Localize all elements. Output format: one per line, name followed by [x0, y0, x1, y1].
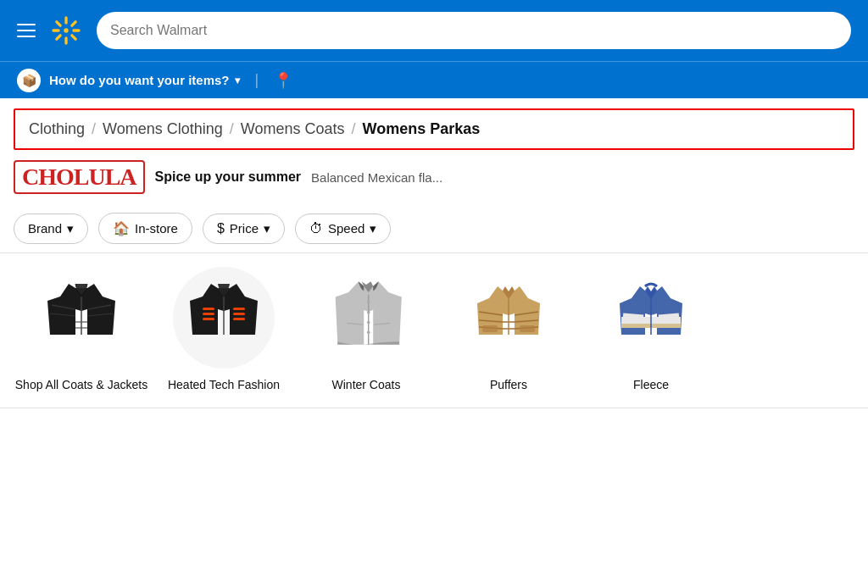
svg-point-26: [367, 321, 370, 325]
winter-coats-image: [315, 267, 417, 369]
svg-rect-45: [657, 324, 681, 328]
speed-icon: ⏱: [309, 221, 323, 236]
shop-all-coats-label: Shop All Coats & Jackets: [15, 377, 147, 394]
puffers-label: Puffers: [490, 377, 527, 394]
price-filter-label: Price: [230, 221, 259, 236]
puffers-image: [458, 267, 559, 369]
svg-rect-1: [64, 16, 67, 24]
svg-rect-6: [70, 20, 78, 28]
instore-filter-label: In-store: [135, 221, 178, 236]
fleece-label: Fleece: [633, 377, 669, 394]
heated-tech-label: Heated Tech Fashion: [168, 377, 280, 394]
breadcrumb-womens-coats[interactable]: Womens Coats: [241, 120, 345, 138]
price-filter[interactable]: $ Price ▾: [203, 214, 285, 244]
svg-rect-19: [233, 308, 245, 310]
cholula-logo: CHOLULA: [14, 160, 145, 194]
speed-filter-label: Speed: [328, 221, 364, 236]
svg-rect-5: [55, 20, 63, 28]
category-shop-all-coats[interactable]: Shop All Coats & Jackets: [14, 267, 149, 394]
speed-chevron-icon: ▾: [370, 221, 376, 236]
store-icon: 🏠: [113, 220, 130, 236]
svg-rect-40: [520, 325, 535, 332]
svg-rect-8: [70, 34, 78, 42]
instore-filter[interactable]: 🏠 In-store: [98, 213, 192, 244]
svg-rect-44: [621, 324, 645, 328]
fleece-image: [600, 267, 702, 369]
location-icon[interactable]: 📍: [274, 71, 292, 90]
svg-rect-21: [233, 318, 245, 320]
winter-coats-label: Winter Coats: [332, 377, 401, 394]
chevron-down-icon: ▾: [235, 75, 240, 86]
brand-filter[interactable]: Brand ▾: [14, 214, 88, 244]
hamburger-menu[interactable]: [17, 24, 36, 37]
breadcrumb-separator-3: /: [352, 120, 356, 138]
search-input[interactable]: [110, 23, 837, 38]
breadcrumb: Clothing / Womens Clothing / Womens Coat…: [14, 108, 854, 150]
heated-tech-image: [173, 267, 275, 369]
category-fleece[interactable]: Fleece: [583, 267, 719, 394]
svg-point-0: [64, 28, 68, 32]
shop-all-coats-image: [31, 267, 132, 369]
filter-bar: Brand ▾ 🏠 In-store $ Price ▾ ⏱ Speed ▾: [0, 204, 868, 253]
ad-subtext: Balanced Mexican fla...: [311, 170, 442, 185]
svg-rect-39: [482, 325, 498, 332]
breadcrumb-womens-parkas[interactable]: Womens Parkas: [363, 120, 481, 138]
svg-line-49: [659, 316, 679, 318]
svg-point-27: [367, 330, 370, 334]
delivery-bar: 📦 How do you want your items? ▾ | 📍: [0, 61, 868, 98]
breadcrumb-separator-2: /: [230, 120, 234, 138]
categories-section: Shop All Coats & Jackets Heated Tech Fas…: [0, 253, 868, 408]
svg-rect-16: [203, 308, 214, 310]
header: [0, 0, 868, 61]
delivery-icon: 📦: [17, 69, 41, 92]
svg-rect-18: [203, 318, 214, 320]
brand-chevron-icon: ▾: [67, 221, 74, 236]
brand-filter-label: Brand: [28, 221, 62, 236]
svg-rect-3: [52, 29, 59, 31]
svg-rect-20: [233, 313, 245, 315]
breadcrumb-womens-clothing[interactable]: Womens Clothing: [103, 120, 223, 138]
svg-rect-7: [55, 34, 63, 42]
svg-line-48: [623, 316, 643, 318]
ad-text: Spice up your summer: [155, 169, 302, 185]
price-icon: $: [217, 221, 225, 236]
delivery-text[interactable]: How do you want your items? ▾: [49, 73, 240, 87]
search-bar[interactable]: [97, 12, 851, 49]
price-chevron-icon: ▾: [264, 221, 270, 236]
svg-rect-4: [72, 29, 80, 31]
category-winter-coats[interactable]: Winter Coats: [298, 267, 434, 394]
speed-filter[interactable]: ⏱ Speed ▾: [295, 214, 391, 244]
walmart-logo[interactable]: [49, 14, 83, 47]
category-heated-tech[interactable]: Heated Tech Fashion: [156, 267, 292, 394]
svg-rect-17: [203, 313, 214, 315]
breadcrumb-separator-1: /: [92, 120, 96, 138]
svg-point-25: [367, 311, 370, 314]
svg-rect-2: [64, 36, 67, 44]
ad-banner: CHOLULA Spice up your summer Balanced Me…: [14, 160, 854, 194]
breadcrumb-clothing[interactable]: Clothing: [29, 120, 85, 138]
category-puffers[interactable]: Puffers: [441, 267, 576, 394]
delivery-divider: |: [255, 71, 259, 89]
svg-point-24: [367, 301, 370, 304]
